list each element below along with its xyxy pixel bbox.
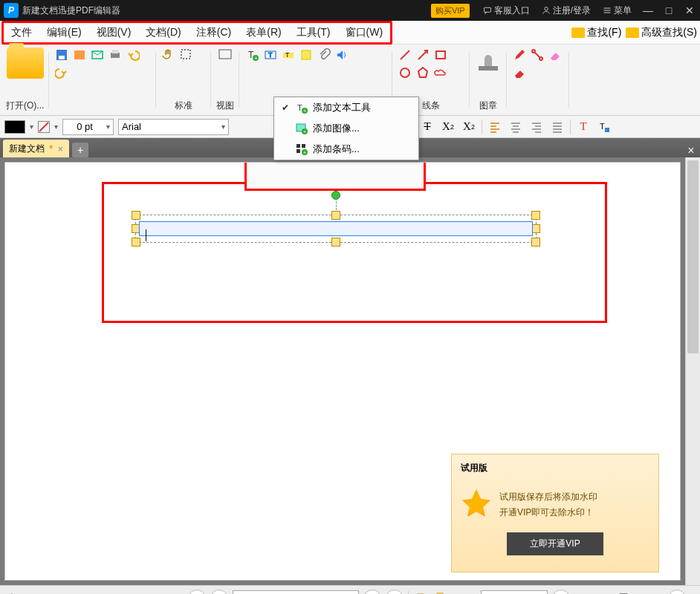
dropdown-add-text[interactable]: ✔ T+ 添加文本工具 <box>274 97 418 118</box>
highlight-text-icon[interactable]: T <box>281 48 296 62</box>
arrow-icon[interactable] <box>415 48 430 62</box>
next-page-button[interactable]: ▶ <box>363 590 381 595</box>
upgrade-vip-button[interactable]: 立即开通VIP <box>507 532 603 555</box>
color-swatch[interactable] <box>4 120 25 134</box>
text-input-area[interactable] <box>139 221 533 236</box>
redo-icon[interactable] <box>54 65 69 80</box>
align-right-button[interactable] <box>528 119 545 135</box>
menu-view[interactable]: 视图(V) <box>89 23 139 42</box>
svg-point-1 <box>544 7 548 11</box>
settings-icon[interactable] <box>4 591 19 595</box>
hamburger-menu[interactable]: 菜单 <box>597 4 638 17</box>
hand-icon[interactable] <box>161 48 176 62</box>
page-indicator[interactable]: 1 / 1 <box>233 590 359 595</box>
last-page-button[interactable]: ⏭ <box>386 590 404 595</box>
text-color-button[interactable]: T <box>575 119 592 135</box>
polygon-icon[interactable] <box>415 65 430 80</box>
resize-handle-tl[interactable] <box>132 211 140 220</box>
prev-page-button[interactable]: ◀ <box>210 590 228 595</box>
dropdown-add-barcode[interactable]: + 添加条码... <box>274 139 418 160</box>
menu-window[interactable]: 窗口(W) <box>338 23 391 42</box>
undo-icon[interactable] <box>126 48 140 62</box>
align-justify-button[interactable] <box>549 119 565 135</box>
cloud-icon[interactable] <box>433 65 448 80</box>
email-icon[interactable] <box>90 48 105 62</box>
layout-single-icon[interactable] <box>413 591 428 595</box>
font-size-input[interactable] <box>66 121 103 132</box>
convert-icon[interactable] <box>72 48 87 62</box>
chat-icon <box>483 6 492 15</box>
svg-text:+: + <box>303 150 306 155</box>
login-link[interactable]: 注册/登录 <box>536 4 597 17</box>
strike-button[interactable]: T <box>419 119 435 135</box>
zoom-in-button[interactable]: + <box>668 590 686 595</box>
eraser-icon[interactable] <box>548 48 563 62</box>
resize-handle-tm[interactable] <box>331 211 340 220</box>
new-tab-button[interactable]: + <box>72 143 88 157</box>
minimize-button[interactable]: — <box>638 4 658 16</box>
print-icon[interactable] <box>108 48 123 62</box>
select-icon[interactable] <box>179 48 194 62</box>
maximize-button[interactable]: □ <box>658 4 679 16</box>
align-center-button[interactable] <box>508 119 524 135</box>
menu-comment[interactable]: 注释(C) <box>189 23 239 42</box>
close-button[interactable]: ✕ <box>679 4 700 16</box>
tab-label: 新建文档 <box>9 143 45 155</box>
no-color-swatch[interactable] <box>38 121 50 133</box>
svg-rect-7 <box>112 50 118 53</box>
zoom-out-button[interactable]: − <box>552 590 570 595</box>
text-frame[interactable] <box>135 215 537 243</box>
svg-text:+: + <box>303 129 306 134</box>
advanced-find-button[interactable]: 高级查找(S) <box>626 26 697 39</box>
tab-strip-close-button[interactable]: × <box>682 144 700 157</box>
scrollbar-thumb[interactable] <box>687 160 699 353</box>
circle-icon[interactable] <box>398 65 412 80</box>
connect-icon[interactable] <box>530 48 545 62</box>
pencil-red-icon[interactable] <box>512 48 527 62</box>
resize-handle-tr[interactable] <box>531 211 540 220</box>
view-icon[interactable] <box>218 48 233 62</box>
layout-continuous-icon[interactable] <box>432 591 447 595</box>
menu-file[interactable]: 文件 <box>4 23 39 42</box>
resize-handle-bl[interactable] <box>132 238 140 247</box>
font-family-input[interactable] <box>122 121 218 132</box>
subscript-button[interactable]: X2 <box>440 119 456 135</box>
note-yellow-icon[interactable] <box>299 48 314 62</box>
menu-tools[interactable]: 工具(T) <box>289 23 338 42</box>
add-text-icon[interactable]: T+ <box>245 48 260 62</box>
tab-close-button[interactable]: × <box>57 143 63 154</box>
stamp-icon[interactable] <box>475 48 502 74</box>
menubar-highlight: 文件 编辑(E) 视图(V) 文档(D) 注释(C) 表单(R) 工具(T) 窗… <box>1 21 392 45</box>
superscript-button[interactable]: X2 <box>461 119 477 135</box>
layout-facing-icon[interactable] <box>452 591 467 595</box>
attach-icon[interactable] <box>317 48 331 62</box>
save-icon[interactable] <box>54 48 69 62</box>
audio-icon[interactable] <box>334 48 349 62</box>
workspace: 试用版 试用版保存后将添加水印 开通VIP即可去除水印！ 立即开通VIP <box>0 157 700 585</box>
zoom-combo[interactable]: 78.2%▾ <box>481 590 548 595</box>
align-left-button[interactable] <box>487 119 503 135</box>
line-icon[interactable] <box>398 48 412 62</box>
resize-handle-bm[interactable] <box>331 238 340 247</box>
first-page-button[interactable]: ⏮ <box>188 590 206 595</box>
menu-form[interactable]: 表单(R) <box>239 23 288 42</box>
vertical-scrollbar[interactable] <box>685 157 700 585</box>
status-bar: ▾ » ⏮ ◀ 1 / 1 ▶ ⏭ » 78.2%▾ − + « <box>0 585 700 594</box>
buy-vip-button[interactable]: 购买VIP <box>431 4 470 18</box>
font-family-combo[interactable]: ▾ <box>118 119 229 135</box>
rect-icon[interactable] <box>433 48 448 62</box>
document-page[interactable]: 试用版 试用版保存后将添加水印 开通VIP即可去除水印！ 立即开通VIP <box>4 162 681 581</box>
text-box-icon[interactable]: T <box>263 48 278 62</box>
support-link[interactable]: 客服入口 <box>477 4 536 17</box>
open-group[interactable]: 打开(O)... <box>3 46 47 114</box>
text-save-button[interactable]: T <box>596 119 612 135</box>
find-button[interactable]: 查找(F) <box>571 26 621 39</box>
dropdown-add-image[interactable]: + 添加图像... <box>274 118 418 139</box>
resize-handle-br[interactable] <box>531 238 540 247</box>
font-size-combo[interactable]: ▾ <box>62 119 114 135</box>
menu-document[interactable]: 文档(D) <box>138 23 188 42</box>
eraser-red-icon[interactable] <box>512 65 527 80</box>
menu-edit[interactable]: 编辑(E) <box>39 23 89 42</box>
add-content-dropdown: ✔ T+ 添加文本工具 + 添加图像... + 添加条码... <box>273 97 419 160</box>
document-tab[interactable]: 新建文档 * × <box>3 140 69 157</box>
